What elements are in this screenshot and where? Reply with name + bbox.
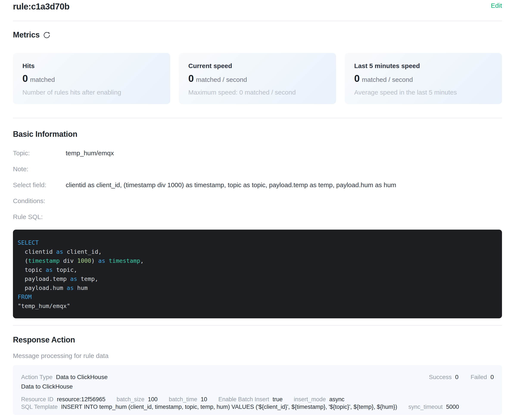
metric-card-description: Maximum speed: 0 matched / second (188, 88, 327, 96)
action-type: Action Type Data to ClickHouse (21, 373, 107, 381)
param-batch-size: batch_size 100 (117, 396, 158, 403)
param-label: batch_time (169, 396, 197, 403)
sql-line: topic as topic, (18, 265, 496, 274)
failed-label: Failed (471, 373, 487, 381)
param-resource-id: Resource ID resource:12f56965 (21, 396, 105, 403)
metric-cards: Hits 0matched Number of rules hits after… (13, 53, 502, 104)
metric-card-current-speed: Current speed 0matched / second Maximum … (179, 53, 336, 104)
param-value: true (272, 396, 283, 403)
section-divider (13, 21, 502, 21)
response-action-heading: Response Action (13, 335, 502, 345)
metric-card-value-row: 0matched / second (188, 72, 327, 87)
action-type-value: Data to ClickHouse (56, 373, 108, 381)
failed-stat: Failed 0 (471, 373, 494, 381)
metric-card-last-5-minutes-speed: Last 5 minutes speed 0matched / second A… (345, 53, 502, 104)
info-value: temp_hum/emqx (66, 150, 114, 156)
sql-line: FROM (18, 293, 496, 301)
section-divider (13, 325, 502, 326)
info-label: Note: (13, 166, 66, 172)
info-row-note: Note: (13, 166, 502, 172)
success-value: 0 (455, 373, 459, 381)
param-sync-timeout: sync_timeout 5000 (408, 403, 459, 411)
info-label: Conditions: (13, 198, 66, 204)
param-value: 10 (201, 396, 207, 403)
refresh-icon[interactable] (43, 31, 50, 39)
info-label: Select field: (13, 182, 66, 188)
param-label: Enable Batch Insert (218, 396, 269, 403)
info-row-select-field: Select field: clientid as client_id, (ti… (13, 182, 502, 188)
metrics-heading-label: Metrics (13, 30, 40, 40)
response-action-subtitle: Message processing for rule data (13, 352, 502, 360)
metric-card-unit: matched / second (362, 76, 413, 83)
metric-card-value-row: 0matched / second (354, 72, 492, 87)
info-row-conditions: Conditions: (13, 198, 502, 204)
sql-line: SELECT (18, 238, 496, 247)
rule-sql-code-block: SELECT clientid as client_id, (timestamp… (13, 230, 502, 318)
param-enable-batch-insert: Enable Batch Insert true (218, 396, 283, 403)
action-card: Action Type Data to ClickHouse Success 0… (13, 365, 502, 415)
param-label: insert_mode (294, 396, 326, 403)
basic-information-heading: Basic Information (13, 129, 502, 139)
action-card-header-row: Action Type Data to ClickHouse Success 0… (21, 373, 494, 381)
action-type-label: Action Type (21, 373, 53, 381)
section-divider (13, 118, 502, 118)
action-name: Data to ClickHouse (21, 383, 494, 390)
param-value: resource:12f56965 (57, 396, 105, 403)
param-label: sync_timeout (408, 403, 442, 411)
basic-information-rows: Topic: temp_hum/emqx Note: Select field:… (13, 150, 502, 220)
param-label: batch_size (117, 396, 144, 403)
info-row-topic: Topic: temp_hum/emqx (13, 150, 502, 156)
param-sql-template: SQL Template INSERT INTO temp_hum (clien… (21, 403, 397, 411)
metric-card-unit: matched / second (196, 76, 247, 83)
param-batch-time: batch_time 10 (169, 396, 207, 403)
page-header: rule:c1a3d70b Edit (13, 0, 502, 13)
info-value: clientid as client_id, (timestamp div 10… (66, 182, 396, 188)
sql-line: "temp_hum/emqx" (18, 301, 496, 311)
metric-card-value-row: 0matched (22, 72, 161, 87)
param-value: 5000 (446, 403, 459, 411)
info-row-rule-sql: Rule SQL: (13, 214, 502, 220)
page-title: rule:c1a3d70b (13, 0, 69, 13)
action-stats: Success 0 Failed 0 (429, 373, 494, 381)
sql-line: payload.hum as hum (18, 283, 496, 293)
success-stat: Success 0 (429, 373, 458, 381)
metrics-section-heading: Metrics (13, 30, 502, 40)
param-value: INSERT INTO temp_hum (client_id, timesta… (61, 403, 397, 411)
metric-card-value: 0 (188, 73, 194, 84)
info-label: Rule SQL: (13, 214, 66, 220)
param-value: async (329, 396, 345, 403)
param-value: 100 (148, 396, 158, 403)
param-insert-mode: insert_mode async (294, 396, 345, 403)
metric-card-title: Hits (22, 62, 161, 70)
rule-detail-page: rule:c1a3d70b Edit Metrics Hits 0matched… (0, 0, 505, 420)
metric-card-description: Average speed in the last 5 minutes (354, 88, 492, 96)
edit-link[interactable]: Edit (491, 0, 502, 11)
param-label: SQL Template (21, 403, 58, 411)
failed-value: 0 (490, 373, 494, 381)
metric-card-unit: matched (30, 76, 55, 83)
sql-line: clientid as client_id, (18, 247, 496, 256)
param-label: Resource ID (21, 396, 53, 403)
info-label: Topic: (13, 150, 66, 156)
metric-card-title: Last 5 minutes speed (354, 62, 492, 70)
success-label: Success (429, 373, 452, 381)
action-params: Resource ID resource:12f56965 batch_size… (21, 396, 494, 411)
sql-line: (timestamp div 1000) as timestamp, (18, 256, 496, 265)
metric-card-value: 0 (22, 73, 28, 84)
metric-card-description: Number of rules hits after enabling (22, 88, 161, 96)
metric-card-value: 0 (354, 73, 360, 84)
metric-card-title: Current speed (188, 62, 327, 70)
sql-line: payload.temp as temp, (18, 274, 496, 283)
metric-card-hits: Hits 0matched Number of rules hits after… (13, 53, 170, 104)
